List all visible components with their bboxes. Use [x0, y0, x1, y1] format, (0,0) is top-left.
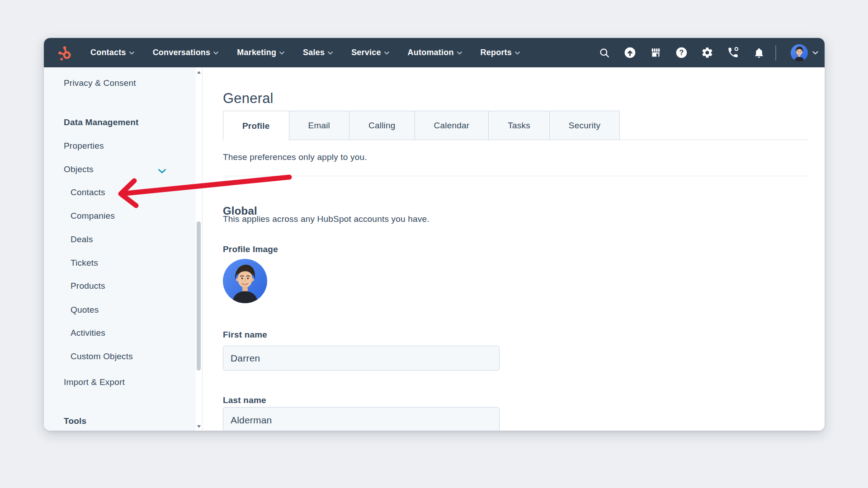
nav-item-label: Automation	[408, 48, 454, 57]
search-icon[interactable]	[594, 42, 614, 63]
chevron-down-icon	[457, 52, 462, 55]
tab-profile[interactable]: Profile	[223, 111, 289, 141]
sidebar-item-contacts[interactable]: Contacts	[71, 188, 105, 197]
scrollbar-down-arrow[interactable]	[197, 425, 201, 428]
global-section-description: This applies across any HubSpot accounts…	[223, 214, 429, 224]
profile-image-label: Profile Image	[223, 244, 278, 254]
nav-divider	[775, 45, 776, 61]
sidebar-header-tools: Tools	[64, 416, 86, 426]
sidebar-item-tickets[interactable]: Tickets	[71, 258, 98, 268]
objects-chevron-down-icon[interactable]	[158, 168, 166, 176]
tab-tasks[interactable]: Tasks	[488, 111, 550, 140]
profile-image-avatar[interactable]	[223, 259, 267, 303]
sidebar-item-companies[interactable]: Companies	[71, 211, 115, 221]
sidebar-item-privacy-consent[interactable]: Privacy & Consent	[64, 78, 136, 88]
chevron-down-icon	[279, 52, 284, 55]
help-icon[interactable]: ?	[671, 42, 692, 63]
sidebar-header-data-management: Data Management	[64, 117, 139, 127]
last-name-input[interactable]	[223, 407, 500, 431]
nav-item-label: Marketing	[237, 48, 276, 57]
nav-item-label: Reports	[481, 48, 512, 57]
sidebar-item-objects[interactable]: Objects	[64, 164, 94, 174]
first-name-input[interactable]	[223, 346, 500, 371]
sidebar-item-properties[interactable]: Properties	[64, 141, 104, 151]
tab-calendar[interactable]: Calendar	[415, 111, 489, 140]
last-name-label: Last name	[223, 395, 266, 405]
sidebar-item-import-export[interactable]: Import & Export	[64, 377, 125, 387]
sidebar-item-products[interactable]: Products	[71, 281, 105, 291]
primary-nav: Contacts Conversations Marketing Sales S…	[90, 48, 520, 57]
nav-item-reports[interactable]: Reports	[481, 48, 520, 57]
preferences-note: These preferences only apply to you.	[223, 152, 367, 162]
settings-sidebar: Privacy & Consent Data Management Proper…	[44, 67, 203, 431]
top-navbar: Contacts Conversations Marketing Sales S…	[44, 38, 825, 67]
notifications-icon[interactable]	[749, 42, 769, 63]
account-chevron-down-icon[interactable]	[812, 51, 818, 55]
settings-tabs: Profile Email Calling Calendar Tasks Sec…	[223, 111, 807, 140]
nav-item-contacts[interactable]: Contacts	[90, 48, 134, 57]
page-title: General	[223, 90, 274, 107]
nav-item-label: Contacts	[90, 48, 126, 57]
sidebar-item-activities[interactable]: Activities	[71, 328, 105, 338]
sidebar-item-quotes[interactable]: Quotes	[71, 305, 99, 315]
nav-item-conversations[interactable]: Conversations	[153, 48, 219, 57]
nav-item-label: Service	[351, 48, 381, 57]
nav-item-sales[interactable]: Sales	[303, 48, 333, 57]
chevron-down-icon	[515, 52, 520, 55]
tab-security[interactable]: Security	[549, 111, 620, 140]
app-window: Contacts Conversations Marketing Sales S…	[44, 38, 825, 431]
marketplace-icon[interactable]	[646, 42, 666, 63]
sidebar-scrollbar	[196, 67, 202, 431]
nav-item-label: Conversations	[153, 48, 211, 57]
sidebar-item-deals[interactable]: Deals	[71, 235, 93, 244]
chevron-down-icon	[129, 52, 134, 55]
first-name-label: First name	[223, 330, 267, 340]
upload-icon[interactable]	[620, 42, 640, 63]
scrollbar-up-arrow[interactable]	[197, 71, 201, 74]
user-avatar[interactable]	[791, 44, 808, 61]
nav-item-marketing[interactable]: Marketing	[237, 48, 284, 57]
scrollbar-thumb[interactable]	[197, 221, 201, 371]
chevron-down-icon	[213, 52, 218, 55]
nav-item-service[interactable]: Service	[351, 48, 389, 57]
svg-text:?: ?	[679, 49, 684, 56]
tab-email[interactable]: Email	[289, 111, 350, 140]
nav-item-label: Sales	[303, 48, 325, 57]
nav-right-cluster: ?	[594, 42, 825, 63]
tab-calling[interactable]: Calling	[349, 111, 415, 140]
chevron-down-icon	[328, 52, 333, 55]
section-divider	[223, 176, 807, 176]
nav-item-automation[interactable]: Automation	[408, 48, 462, 57]
calling-icon[interactable]	[723, 42, 743, 63]
settings-content: General Profile Email Calling Calendar T…	[203, 67, 825, 431]
settings-icon[interactable]	[697, 42, 717, 63]
hubspot-logo-icon[interactable]	[56, 44, 74, 62]
chevron-down-icon	[384, 52, 389, 55]
sidebar-item-custom-objects[interactable]: Custom Objects	[71, 352, 133, 361]
